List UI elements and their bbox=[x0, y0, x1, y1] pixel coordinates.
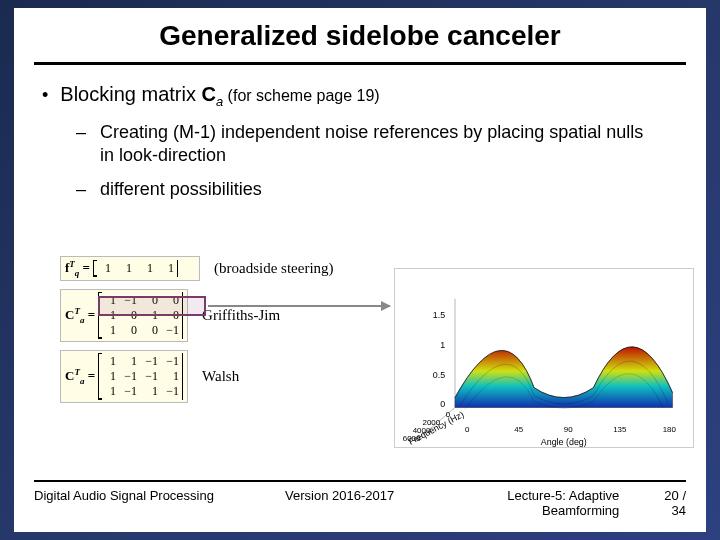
bullet1-text: Blocking matrix Ca (for scheme page 19) bbox=[60, 83, 379, 109]
example-row-griffiths: CTa = 1−100 10−10 100−1 Griffiths-Jim bbox=[60, 289, 390, 342]
arrow-icon bbox=[208, 305, 390, 307]
matrix-values: 1 1 1 1 bbox=[97, 261, 174, 276]
matrix-values: 11−1−1 1−1−11 1−11−1 bbox=[102, 354, 179, 399]
bullet-level2-a: – Creating (M-1) independent noise refer… bbox=[76, 121, 678, 166]
matrix-walsh: CTa = 11−1−1 1−1−11 1−11−1 bbox=[60, 350, 188, 403]
footer-left: Digital Audio Signal Processing bbox=[34, 488, 238, 518]
svg-text:1: 1 bbox=[440, 340, 445, 350]
footer-divider bbox=[34, 480, 686, 482]
slide-content: Generalized sidelobe canceler • Blocking… bbox=[14, 8, 706, 532]
svg-text:0: 0 bbox=[465, 425, 470, 434]
svg-text:135: 135 bbox=[613, 425, 627, 434]
matrix-label: CTa = bbox=[65, 367, 95, 386]
slide-footer: Digital Audio Signal Processing Version … bbox=[34, 480, 686, 518]
svg-text:0: 0 bbox=[446, 410, 451, 419]
bullet-level1: • Blocking matrix Ca (for scheme page 19… bbox=[42, 83, 678, 109]
svg-text:45: 45 bbox=[514, 425, 523, 434]
footer-mid: Version 2016-2017 bbox=[238, 488, 442, 518]
svg-text:6000: 6000 bbox=[403, 434, 421, 443]
matrix-bracket: 11−1−1 1−1−11 1−11−1 bbox=[98, 353, 183, 400]
matrix-griffiths-jim: CTa = 1−100 10−10 100−1 bbox=[60, 289, 188, 342]
page-current: 20 bbox=[664, 488, 678, 503]
svg-text:180: 180 bbox=[663, 425, 677, 434]
plot-svg: 0 0.5 1 1.5 Frequency bbox=[395, 269, 693, 447]
matrix-values: 1−100 10−10 100−1 bbox=[102, 293, 179, 338]
footer-right: Lecture-5: Adaptive Beamforming 20 / 34 bbox=[442, 488, 687, 518]
matrix-bracket: 1−100 10−10 100−1 bbox=[98, 292, 183, 339]
bullet-level2-b: – different possibilities bbox=[76, 178, 678, 201]
bullet-dot-icon: • bbox=[42, 83, 48, 107]
bullet1-paren: (for scheme page 19) bbox=[223, 87, 380, 104]
bullet1-symbol: C bbox=[201, 83, 215, 105]
bullet-dash-icon: – bbox=[76, 178, 90, 201]
matrix-label: fTq = bbox=[65, 259, 90, 278]
svg-text:Angle (deg): Angle (deg) bbox=[541, 437, 587, 447]
bullet1-lead: Blocking matrix bbox=[60, 83, 201, 105]
bullet2b-text: different possibilities bbox=[100, 178, 262, 201]
page-indicator: 20 / 34 bbox=[649, 488, 686, 518]
matrix-label: CTa = bbox=[65, 306, 95, 325]
bullet-dash-icon: – bbox=[76, 121, 90, 166]
matrix-examples: fTq = 1 1 1 1 (broadside steering) CTa = bbox=[60, 256, 390, 411]
footer-lecture: Lecture-5: Adaptive Beamforming bbox=[442, 488, 620, 518]
slide-title: Generalized sidelobe canceler bbox=[14, 8, 706, 52]
caption-walsh: Walsh bbox=[202, 368, 239, 385]
bullet2a-text: Creating (M-1) independent noise referen… bbox=[100, 121, 660, 166]
caption-broadside: (broadside steering) bbox=[214, 260, 334, 277]
svg-text:0: 0 bbox=[440, 399, 445, 409]
matrix-fq: fTq = 1 1 1 1 bbox=[60, 256, 200, 281]
footer-row: Digital Audio Signal Processing Version … bbox=[34, 488, 686, 518]
matrix-bracket: 1 1 1 1 bbox=[93, 260, 178, 277]
surface-plot: 0 0.5 1 1.5 Frequency bbox=[394, 268, 694, 448]
caption-griffiths: Griffiths-Jim bbox=[202, 307, 280, 324]
bullet-list: • Blocking matrix Ca (for scheme page 19… bbox=[14, 65, 706, 201]
example-row-fq: fTq = 1 1 1 1 (broadside steering) bbox=[60, 256, 390, 281]
svg-text:0.5: 0.5 bbox=[433, 370, 445, 380]
svg-text:1.5: 1.5 bbox=[433, 310, 445, 320]
example-row-walsh: CTa = 11−1−1 1−1−11 1−11−1 Walsh bbox=[60, 350, 390, 403]
svg-text:90: 90 bbox=[564, 425, 573, 434]
page-total: 34 bbox=[672, 503, 686, 518]
